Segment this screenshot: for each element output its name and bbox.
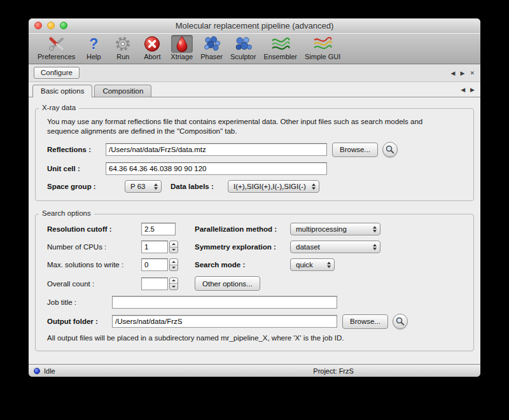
resolution-row: Resolution cutoff : Parallelization meth… xyxy=(47,223,462,235)
popup-arrows-icon xyxy=(312,183,316,190)
xray-description: You may use any format reflections file … xyxy=(47,117,462,127)
search-mode-value: quick xyxy=(296,261,313,269)
job-title-input[interactable] xyxy=(112,296,337,309)
magnifier-icon xyxy=(396,317,405,326)
scroll-left-icon[interactable]: ◀ xyxy=(451,70,456,76)
reflections-browse-button[interactable]: Browse... xyxy=(332,143,378,157)
resolution-cutoff-label: Resolution cutoff : xyxy=(47,225,141,233)
title-bar: Molecular replacement pipeline (advanced… xyxy=(29,18,480,33)
parallelization-method-value: multiprocessing xyxy=(296,225,347,233)
window-title: Molecular replacement pipeline (advanced… xyxy=(176,21,334,31)
magnifier-icon xyxy=(386,145,394,154)
toolbar-item-sculptor[interactable]: Sculptor xyxy=(228,35,258,60)
toolbar-item-simple-gui[interactable]: Simple GUI xyxy=(302,35,343,60)
reflections-label: Reflections : xyxy=(47,146,106,153)
document-tab-strip: Configure ◀ ▶ ✕ xyxy=(29,64,480,82)
data-labels-value: I(+),SIGI(+),I(-),SIGI(-) xyxy=(234,183,306,190)
toolbar-item-xtriage[interactable]: Xtriage xyxy=(168,35,195,60)
reflections-input[interactable] xyxy=(106,143,327,156)
preferences-icon xyxy=(46,35,67,53)
scroll-left-icon[interactable]: ◀ xyxy=(461,87,465,93)
search-mode-popup[interactable]: quick xyxy=(290,258,335,271)
stepper-down-icon[interactable] xyxy=(170,265,178,271)
cpus-row: Number of CPUs : Symmetry exploration : … xyxy=(47,241,462,253)
ensembler-ribbon-icon xyxy=(270,35,291,53)
toolbar-item-phaser[interactable]: Phaser xyxy=(198,35,225,60)
overall-count-label: Overall count : xyxy=(47,280,141,288)
toolbar-item-run[interactable]: Run xyxy=(109,35,136,60)
close-button[interactable] xyxy=(34,22,42,29)
unit-cell-input[interactable] xyxy=(106,162,327,175)
search-mode-label: Search mode : xyxy=(195,261,290,269)
project-label: Project: FrzS xyxy=(313,367,354,375)
toolbar-item-preferences[interactable]: Preferences xyxy=(35,35,78,60)
toolbar-item-help[interactable]: ? Help xyxy=(80,35,107,60)
toolbar-item-abort[interactable]: Abort xyxy=(139,35,165,60)
other-options-button[interactable]: Other options... xyxy=(195,276,260,291)
scroll-right-icon[interactable]: ▶ xyxy=(470,87,475,93)
symmetry-exploration-label: Symmetry exploration : xyxy=(195,243,290,251)
minimize-button[interactable] xyxy=(47,22,55,29)
search-options-group: Search options Resolution cutoff : Paral… xyxy=(35,214,474,351)
close-tab-icon[interactable]: ✕ xyxy=(470,70,475,76)
popup-arrows-icon xyxy=(373,244,377,250)
zoom-button[interactable] xyxy=(60,22,67,29)
tab-configure[interactable]: Configure xyxy=(34,67,80,79)
output-folder-row: Output folder : Browse... xyxy=(47,314,462,329)
overall-count-row: Overall count : Other options... xyxy=(47,276,462,291)
symmetry-exploration-popup[interactable]: dataset xyxy=(290,241,380,253)
status-bar: Idle Project: FrzS xyxy=(29,364,480,377)
simple-gui-ribbon-icon xyxy=(312,35,333,53)
max-solutions-label: Max. solutions to write : xyxy=(47,261,141,269)
output-folder-browse-button[interactable]: Browse... xyxy=(342,314,388,329)
overall-count-input[interactable] xyxy=(141,277,168,290)
toolbar-label: Preferences xyxy=(38,53,75,60)
output-folder-input[interactable] xyxy=(112,315,337,328)
toolbar-label: Abort xyxy=(144,53,160,60)
job-title-label: Job title : xyxy=(47,298,112,306)
status-text: Idle xyxy=(44,367,55,375)
cpus-stepper[interactable] xyxy=(169,241,178,253)
toolbar-label: Help xyxy=(87,53,101,60)
number-of-cpus-input[interactable] xyxy=(141,241,168,253)
reflections-view-button[interactable] xyxy=(382,142,398,157)
toolbar-item-ensembler[interactable]: Ensembler xyxy=(261,35,300,60)
resolution-cutoff-input[interactable] xyxy=(141,223,176,235)
tab-basic-options[interactable]: Basic options xyxy=(32,85,92,97)
scroll-right-icon[interactable]: ▶ xyxy=(461,70,465,76)
max-solutions-input[interactable] xyxy=(141,258,168,271)
sculptor-molecule-icon xyxy=(232,35,254,53)
stepper-up-icon[interactable] xyxy=(170,259,178,265)
group-title: X-ray data xyxy=(39,104,79,111)
tab-composition[interactable]: Composition xyxy=(94,85,151,97)
help-icon: ? xyxy=(83,35,104,53)
stepper-down-icon[interactable] xyxy=(170,284,178,290)
parallelization-method-popup[interactable]: multiprocessing xyxy=(290,223,380,235)
toolbar-label: Xtriage xyxy=(171,53,193,60)
output-folder-view-button[interactable] xyxy=(393,314,408,329)
toolbar-label: Ensembler xyxy=(263,53,297,60)
stepper-up-icon[interactable] xyxy=(170,278,178,284)
symmetry-exploration-value: dataset xyxy=(296,243,320,251)
data-labels-popup[interactable]: I(+),SIGI(+),I(-),SIGI(-) xyxy=(228,180,319,193)
job-title-row: Job title : xyxy=(47,296,462,309)
xray-description: sequence alignments are defined in the "… xyxy=(47,127,462,136)
unit-cell-label: Unit cell : xyxy=(47,165,106,172)
abort-icon xyxy=(141,35,163,53)
toolbar-label: Sculptor xyxy=(230,53,256,60)
xray-data-group: X-ray data You may use any format reflec… xyxy=(35,108,474,201)
traffic-lights xyxy=(34,22,67,29)
max-solutions-stepper[interactable] xyxy=(169,258,178,271)
reflections-row: Reflections : Browse... xyxy=(47,142,462,157)
app-window: Molecular replacement pipeline (advanced… xyxy=(29,18,480,377)
phaser-molecule-icon xyxy=(201,35,223,53)
xtriage-drop-icon xyxy=(171,35,193,53)
space-group-row: Space group : P 63 Data labels : I(+),SI… xyxy=(47,180,462,193)
popup-arrows-icon xyxy=(327,262,331,268)
stepper-down-icon[interactable] xyxy=(170,248,178,253)
stepper-up-icon[interactable] xyxy=(170,241,178,248)
data-labels-label: Data labels : xyxy=(171,183,228,190)
output-note: All output files will be placed in a sub… xyxy=(47,334,462,342)
space-group-popup[interactable]: P 63 xyxy=(125,180,162,193)
overall-count-stepper[interactable] xyxy=(169,277,178,290)
